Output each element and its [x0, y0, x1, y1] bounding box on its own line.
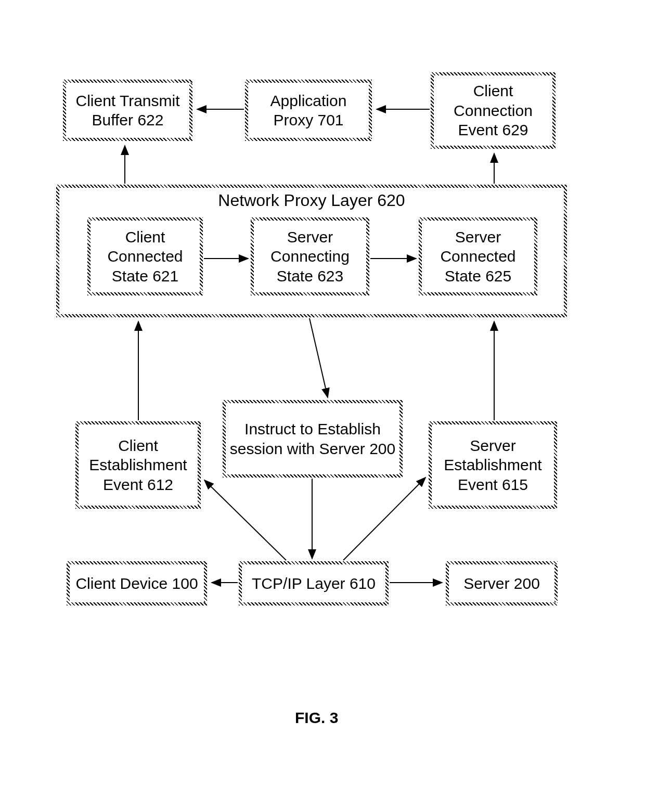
client-device-box: Client Device 100: [67, 561, 207, 605]
server-box: Server 200: [446, 561, 558, 605]
tcp-ip-layer-label: TCP/IP Layer 610: [252, 574, 376, 594]
client-device-label: Client Device 100: [75, 574, 198, 594]
svg-line-10: [204, 480, 286, 560]
instruct-label: Instruct to Establish session with Serve…: [227, 419, 398, 458]
server-connected-state-label: Server Connected State 625: [423, 227, 533, 286]
instruct-box: Instruct to Establish session with Serve…: [223, 400, 403, 478]
application-proxy-box: Application Proxy 701: [245, 80, 372, 141]
client-connected-state-label: Client Connected State 621: [92, 227, 199, 286]
application-proxy-label: Application Proxy 701: [249, 91, 368, 130]
network-proxy-layer-title: Network Proxy Layer 620: [218, 190, 405, 211]
server-connected-state-box: Server Connected State 625: [419, 217, 537, 295]
server-establishment-event-box: Server Establishment Event 615: [429, 421, 557, 509]
server-connecting-state-label: Server Connecting State 623: [255, 227, 365, 286]
diagram-canvas: Client Transmit Buffer 622 Application P…: [0, 0, 645, 812]
svg-line-11: [343, 478, 425, 560]
svg-line-8: [309, 318, 328, 397]
client-connection-event-label: Client Connection Event 629: [435, 81, 551, 140]
figure-label: FIG. 3: [295, 709, 338, 727]
client-connected-state-box: Client Connected State 621: [87, 217, 203, 295]
server-connecting-state-box: Server Connecting State 623: [251, 217, 369, 295]
client-establishment-event-label: Client Establishment Event 612: [80, 436, 197, 495]
server-establishment-event-label: Server Establishment Event 615: [433, 436, 553, 495]
tcp-ip-layer-box: TCP/IP Layer 610: [239, 561, 389, 605]
client-connection-event-box: Client Connection Event 629: [431, 72, 556, 149]
client-establishment-event-box: Client Establishment Event 612: [75, 421, 201, 509]
client-transmit-buffer-label: Client Transmit Buffer 622: [67, 91, 188, 130]
server-label: Server 200: [463, 574, 540, 594]
client-transmit-buffer-box: Client Transmit Buffer 622: [63, 80, 192, 141]
